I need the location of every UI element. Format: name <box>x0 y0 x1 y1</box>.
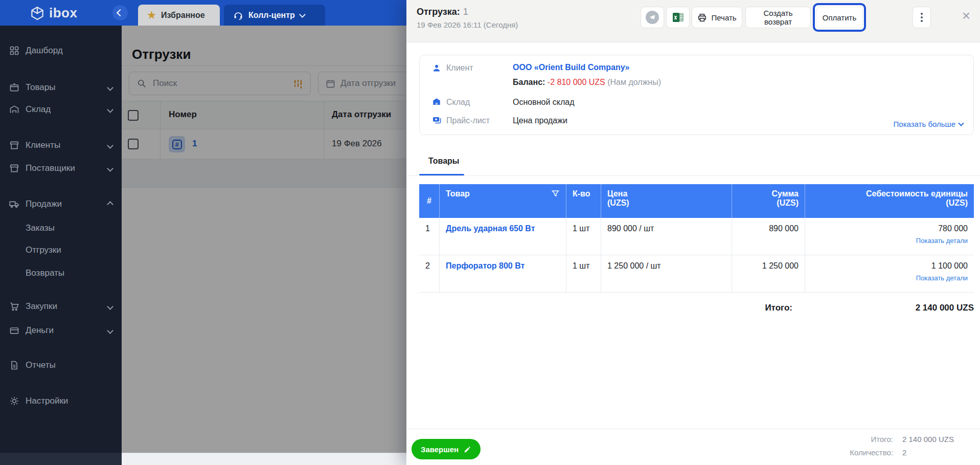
card-icon <box>9 325 19 336</box>
drawer-title-number: 1 <box>463 7 468 17</box>
gear-icon <box>9 396 19 406</box>
header-qty: К-во <box>566 184 601 218</box>
sidebar-item-purchases[interactable]: Закупки <box>0 299 122 314</box>
footer-qty-label: Количество: <box>850 446 893 459</box>
chevron-down-icon <box>107 165 113 172</box>
app-logo: ibox <box>30 5 77 21</box>
sidebar-item-label: Закупки <box>26 301 57 312</box>
call-center-tab[interactable]: Колл-центр <box>224 5 325 26</box>
headset-icon <box>233 10 243 20</box>
create-return-button[interactable]: Создать возврат <box>745 7 811 28</box>
cell-product: Перфоратор 800 Вт <box>440 255 566 292</box>
sidebar-item-suppliers[interactable]: Поставщики <box>0 161 122 176</box>
sidebar-item-returns[interactable]: Возвраты <box>0 265 122 281</box>
cell-price: 890 000 / шт <box>601 218 732 255</box>
cell-num: 2 <box>419 255 440 292</box>
footer-qty-value: 2 <box>902 446 966 459</box>
excel-export-button[interactable] <box>666 7 690 28</box>
sidebar-item-warehouse[interactable]: Склад <box>0 102 122 117</box>
sidebar-item-label: Отгрузки <box>26 245 61 255</box>
document-icon <box>9 360 19 370</box>
pay-highlight-box: Оплатить <box>813 3 866 32</box>
box-icon <box>9 82 19 93</box>
products-table: # Товар К-во Цена (UZS) Сумма (UZS) <box>419 184 974 293</box>
client-link[interactable]: ООО «Orient Build Company» <box>513 63 629 72</box>
more-menu-button[interactable] <box>913 7 931 28</box>
cell-qty: 1 шт <box>566 218 601 255</box>
sidebar-item-dashboard[interactable]: Дашборд <box>0 43 122 58</box>
warehouse-label: Склад <box>446 98 470 107</box>
sidebar-item-label: Товары <box>26 82 55 93</box>
telegram-share-button[interactable] <box>641 7 664 28</box>
sidebar-item-shipments[interactable]: Отгрузки <box>0 242 122 258</box>
warehouse-icon <box>9 104 19 115</box>
chevron-down-icon <box>107 106 113 113</box>
header-product-label: Товар <box>446 189 470 198</box>
status-label: Завершен <box>421 445 459 454</box>
cell-sum: 1 250 000 <box>732 255 805 292</box>
warehouse-value: Основной склад <box>513 98 575 107</box>
show-more-label: Показать больше <box>894 120 955 128</box>
chevron-down-icon <box>107 142 113 149</box>
pricelist-value: Цена продажи <box>513 116 567 125</box>
footer-total-label: Итого: <box>850 433 893 446</box>
cell-qty: 1 шт <box>566 255 601 292</box>
dashboard-icon <box>9 46 19 56</box>
tab-products[interactable]: Товары <box>428 157 460 166</box>
client-balance-line: Баланс: -2 810 000 UZS (Нам должны) <box>513 78 661 87</box>
footer-total-value: 2 140 000 UZS <box>902 433 966 446</box>
product-link[interactable]: Дрель ударная 650 Вт <box>446 224 535 233</box>
sidebar-item-products[interactable]: Товары <box>0 80 122 95</box>
funnel-filter-icon[interactable] <box>551 189 560 198</box>
header-cost: Себестоимость единицы (UZS) <box>805 184 974 218</box>
chevron-down-icon <box>299 11 306 18</box>
product-row: 1 Дрель ударная 650 Вт 1 шт 890 000 / шт… <box>419 218 974 255</box>
status-button[interactable]: Завершен <box>412 439 481 459</box>
chevron-down-icon <box>107 327 113 334</box>
header-price: Цена (UZS) <box>601 184 732 218</box>
drawer-footer: Завершен Итого: 2 140 000 UZS Количество… <box>406 429 980 465</box>
sidebar-item-orders[interactable]: Заказы <box>0 220 122 236</box>
chevron-left-icon <box>117 9 124 16</box>
product-row: 2 Перфоратор 800 Вт 1 шт 1 250 000 / шт … <box>419 255 974 293</box>
sidebar-item-label: Заказы <box>26 223 55 233</box>
favorites-label: Избранное <box>161 11 205 20</box>
sidebar-item-money[interactable]: Деньги <box>0 323 122 338</box>
printer-icon <box>697 13 707 23</box>
client-label: Клиент <box>446 63 473 73</box>
show-details-link[interactable]: Показать детали <box>811 274 968 282</box>
sidebar-item-clients[interactable]: Клиенты <box>0 138 122 153</box>
show-details-link[interactable]: Показать детали <box>811 237 968 245</box>
drawer-header: Отгрузка:1 19 Фев 2026 16:11 (Сегодня) <box>406 0 980 42</box>
product-link[interactable]: Перфоратор 800 Вт <box>446 261 525 270</box>
show-more-link[interactable]: Показать больше <box>894 120 963 128</box>
cell-cost: 780 000 Показать детали <box>805 218 974 255</box>
chevron-down-icon <box>958 120 964 126</box>
products-table-header: # Товар К-во Цена (UZS) Сумма (UZS) <box>419 184 974 218</box>
pricelist-label: Прайс-лист <box>446 116 490 125</box>
table-totals-row: Итого: 2 140 000 UZS <box>419 303 974 316</box>
sidebar-item-sales[interactable]: Продажи <box>0 196 122 212</box>
sidebar-item-label: Поставщики <box>26 163 75 173</box>
header-num: # <box>419 184 440 218</box>
sidebar-collapse-button[interactable] <box>112 5 128 20</box>
balance-label: Баланс: <box>513 78 545 86</box>
favorites-tab[interactable]: ★ Избранное <box>138 5 220 26</box>
telegram-icon <box>646 11 659 24</box>
sidebar-item-reports[interactable]: Отчеты <box>0 358 122 373</box>
cell-cost: 1 100 000 Показать детали <box>805 255 974 292</box>
chevron-down-icon <box>107 303 113 310</box>
sidebar-item-label: Клиенты <box>26 140 60 150</box>
tabs-border <box>406 175 980 176</box>
store-icon <box>9 163 19 173</box>
sidebar-item-settings[interactable]: Настройки <box>0 393 122 409</box>
pay-button[interactable]: Оплатить <box>816 7 863 28</box>
total-value: 2 140 000 UZS <box>419 303 974 313</box>
close-drawer-button[interactable]: × <box>958 7 975 25</box>
create-return-label: Создать возврат <box>753 9 803 26</box>
modal-dim-overlay[interactable] <box>122 26 406 453</box>
print-button[interactable]: Печать <box>692 7 742 28</box>
sidebar-footer <box>0 453 122 465</box>
truck-icon <box>9 199 19 209</box>
drawer-subtitle: 19 Фев 2026 16:11 (Сегодня) <box>417 20 518 29</box>
